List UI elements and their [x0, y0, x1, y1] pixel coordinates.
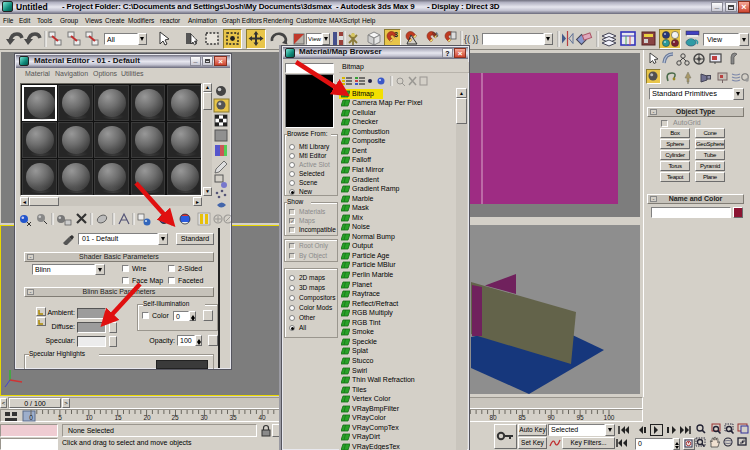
svg-text:0: 0	[161, 215, 166, 224]
